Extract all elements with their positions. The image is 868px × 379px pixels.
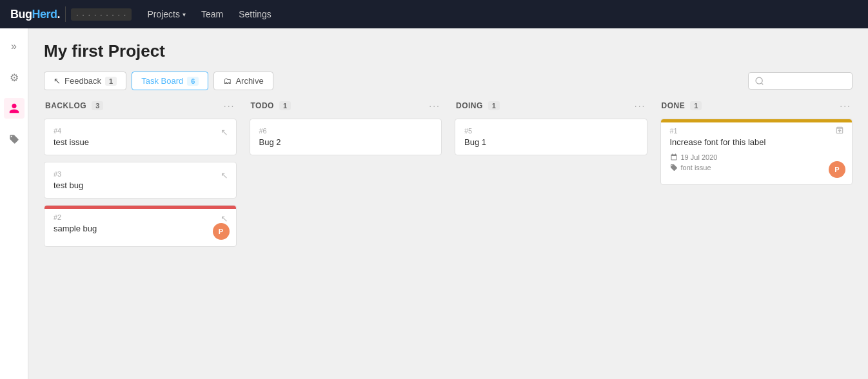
nav-divider: [65, 6, 66, 22]
kanban-board: BACKLOG 3 ··· #4 test issue ↖ #3 test bu…: [44, 101, 853, 247]
column-backlog-header: BACKLOG 3 ···: [44, 101, 237, 111]
sidebar-icon-settings[interactable]: ⚙: [4, 67, 25, 88]
backlog-cards: #4 test issue ↖ #3 test bug ↖ #2 sample …: [44, 119, 237, 247]
sidebar-icon-collapse[interactable]: »: [4, 36, 25, 57]
card-priority-bar: [661, 119, 853, 122]
tab-archive[interactable]: 🗂 Archive: [213, 72, 273, 90]
done-menu[interactable]: ···: [840, 101, 851, 111]
column-done-header: DONE 1 ···: [660, 101, 853, 111]
navbar: BugHerd. · · · · · · · · · Projects ▾ Te…: [0, 0, 868, 28]
main-content: My first Project ↖ Feedback 1 Task Board…: [28, 28, 868, 379]
card-footer: 19 Jul 2020 font issue: [670, 153, 843, 171]
todo-menu[interactable]: ···: [429, 101, 440, 111]
logo[interactable]: BugHerd.: [10, 8, 60, 21]
table-row[interactable]: #1 Increase font for this label 19 Jul 2…: [660, 119, 853, 185]
archive-icon: 🗂: [223, 76, 232, 86]
tab-feedback[interactable]: ↖ Feedback 1: [44, 72, 126, 90]
avatar: P: [829, 161, 845, 178]
doing-menu[interactable]: ···: [635, 101, 646, 111]
table-row[interactable]: #6 Bug 2: [250, 119, 442, 155]
search-input[interactable]: [768, 76, 845, 86]
workspace-label[interactable]: · · · · · · · · ·: [71, 8, 132, 21]
backlog-menu[interactable]: ···: [224, 101, 235, 111]
doing-cards: #5 Bug 1: [455, 119, 647, 155]
app-layout: » ⚙ My first Project ↖ Feedback 1 Task B…: [0, 28, 868, 379]
column-todo: TODO 1 ··· #6 Bug 2: [250, 101, 442, 155]
avatar: P: [213, 223, 230, 240]
pin-icon: ↖: [221, 213, 228, 224]
projects-arrow-icon: ▾: [182, 11, 186, 18]
column-done: DONE 1 ··· #1 Increase font for this lab…: [660, 101, 853, 185]
table-row[interactable]: #2 sample bug ↖ P: [44, 205, 237, 247]
pin-icon: ↖: [221, 170, 228, 180]
tag-small-icon: [670, 164, 678, 171]
card-tag: font issue: [670, 164, 843, 171]
page-title: My first Project: [44, 41, 853, 61]
nav-team[interactable]: Team: [201, 9, 223, 19]
column-backlog: BACKLOG 3 ··· #4 test issue ↖ #3 test bu…: [44, 101, 237, 247]
pin-icon: ↖: [221, 127, 228, 137]
tabs-bar: ↖ Feedback 1 Task Board 6 🗂 Archive: [44, 72, 853, 90]
sidebar-icon-tag[interactable]: [4, 129, 25, 150]
table-row[interactable]: #5 Bug 1: [455, 119, 647, 155]
table-row[interactable]: #3 test bug ↖: [44, 162, 237, 199]
brand: BugHerd. · · · · · · · · ·: [10, 6, 132, 22]
archive-card-icon: [835, 126, 844, 137]
column-doing: DOING 1 ··· #5 Bug 1: [455, 101, 647, 155]
calendar-icon: [670, 153, 678, 161]
feedback-icon: ↖: [54, 76, 61, 86]
todo-cards: #6 Bug 2: [250, 119, 442, 155]
nav-projects[interactable]: Projects ▾: [147, 9, 186, 19]
column-doing-header: DOING 1 ···: [455, 101, 647, 111]
card-date: 19 Jul 2020: [670, 153, 843, 161]
sidebar: » ⚙: [0, 28, 28, 379]
done-cards: #1 Increase font for this label 19 Jul 2…: [660, 119, 853, 185]
nav-settings[interactable]: Settings: [239, 9, 271, 19]
search-icon: [755, 77, 764, 86]
card-priority-bar: [44, 206, 236, 209]
tab-taskboard[interactable]: Task Board 6: [132, 72, 208, 90]
table-row[interactable]: #4 test issue ↖: [44, 119, 237, 155]
column-todo-header: TODO 1 ···: [250, 101, 442, 111]
search-box[interactable]: [748, 72, 853, 90]
sidebar-icon-people[interactable]: [4, 98, 25, 119]
